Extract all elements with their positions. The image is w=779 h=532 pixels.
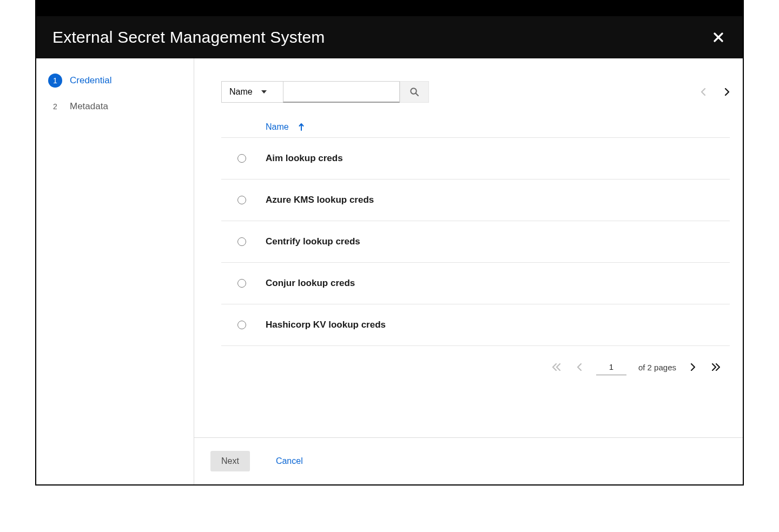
chevron-left-icon xyxy=(577,363,582,371)
pager-next[interactable] xyxy=(688,361,697,373)
row-radio[interactable] xyxy=(237,196,246,204)
close-icon xyxy=(714,32,723,42)
search-group: Name xyxy=(221,81,429,103)
caret-down-icon xyxy=(261,90,267,94)
step-number-badge: 2 xyxy=(48,99,62,114)
window-top-bar xyxy=(36,1,743,16)
search-field-label: Name xyxy=(229,87,253,97)
modal-footer: Next Cancel xyxy=(194,437,743,484)
cancel-button[interactable]: Cancel xyxy=(265,451,314,471)
row-name: Centrify lookup creds xyxy=(266,236,360,247)
close-button[interactable] xyxy=(710,29,727,45)
column-header-name[interactable]: Name xyxy=(221,122,730,137)
main-panel: Name xyxy=(194,58,743,484)
search-field-select[interactable]: Name xyxy=(221,81,283,103)
double-chevron-right-icon xyxy=(711,363,720,371)
bottom-pager: of 2 pages xyxy=(221,346,730,381)
row-name: Conjur lookup creds xyxy=(266,278,355,289)
modal-header: External Secret Management System xyxy=(36,16,743,58)
search-icon xyxy=(410,87,419,97)
row-radio[interactable] xyxy=(237,237,246,246)
svg-line-1 xyxy=(416,94,419,96)
wizard-sidebar: 1 Credential 2 Metadata xyxy=(36,58,194,484)
step-label: Credential xyxy=(70,75,112,86)
step-number-badge: 1 xyxy=(48,74,62,88)
row-name: Aim lookup creds xyxy=(266,153,343,164)
modal-body: 1 Credential 2 Metadata Name xyxy=(36,58,743,484)
row-name: Azure KMS lookup creds xyxy=(266,195,374,205)
row-radio[interactable] xyxy=(237,279,246,288)
table-row[interactable]: Conjur lookup creds xyxy=(221,263,730,304)
step-label: Metadata xyxy=(70,101,108,112)
wizard-step-credential[interactable]: 1 Credential xyxy=(48,74,182,88)
page-number-input[interactable] xyxy=(596,359,626,375)
chevron-right-icon xyxy=(690,363,695,371)
search-input[interactable] xyxy=(283,81,400,103)
row-radio[interactable] xyxy=(237,321,246,329)
table-row[interactable]: Aim lookup creds xyxy=(221,138,730,179)
scroll-area[interactable]: Name xyxy=(194,58,743,437)
page-count-label: of 2 pages xyxy=(638,363,676,372)
double-chevron-left-icon xyxy=(552,363,561,371)
pager-first[interactable] xyxy=(550,361,563,373)
next-button[interactable]: Next xyxy=(210,451,250,471)
top-pager-prev[interactable] xyxy=(701,88,706,96)
chevron-left-icon xyxy=(701,88,706,96)
column-header-label: Name xyxy=(266,122,289,132)
wizard-step-metadata[interactable]: 2 Metadata xyxy=(48,99,182,114)
row-radio[interactable] xyxy=(237,154,246,163)
table-row[interactable]: Azure KMS lookup creds xyxy=(221,179,730,221)
top-pager-next[interactable] xyxy=(724,88,730,96)
list-toolbar: Name xyxy=(221,81,730,103)
sort-ascending-icon xyxy=(299,123,304,131)
search-button[interactable] xyxy=(400,81,429,103)
credentials-table: Aim lookup creds Azure KMS lookup creds … xyxy=(221,137,730,346)
table-row[interactable]: Hashicorp KV lookup creds xyxy=(221,304,730,346)
modal-frame: External Secret Management System 1 Cred… xyxy=(35,0,744,486)
row-name: Hashicorp KV lookup creds xyxy=(266,320,386,330)
pager-last[interactable] xyxy=(709,361,722,373)
chevron-right-icon xyxy=(724,88,730,96)
pager-prev[interactable] xyxy=(575,361,584,373)
modal-title: External Secret Management System xyxy=(52,28,325,46)
top-pager xyxy=(701,88,730,96)
table-row[interactable]: Centrify lookup creds xyxy=(221,221,730,263)
